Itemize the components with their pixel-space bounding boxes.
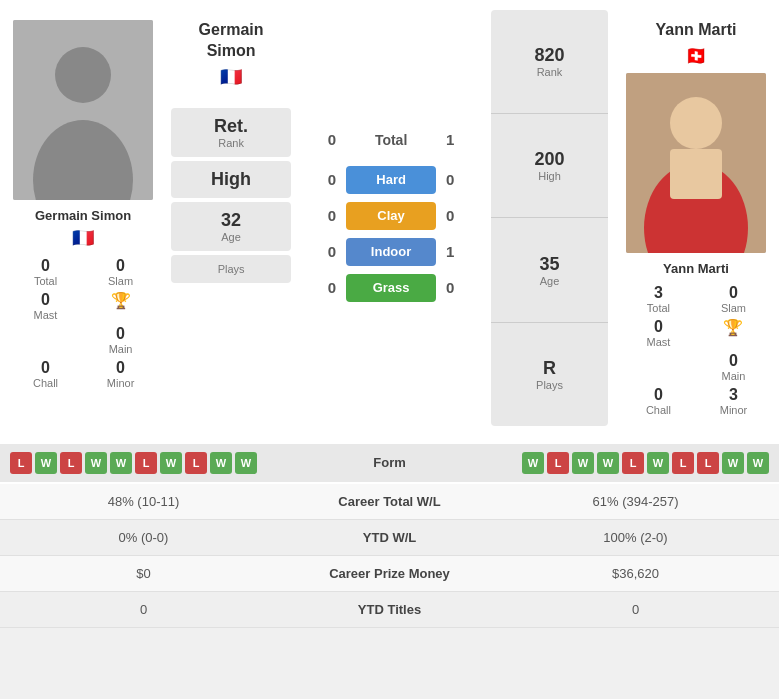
form-badges-right: WLWWLWLLWW [440,452,770,474]
right-age-label: Age [540,275,560,287]
form-label: Form [340,455,440,470]
form-badge-right: L [547,452,569,474]
left-plays-card: Plays [171,255,291,283]
stat-left-value: 0% (0-0) [0,519,287,555]
right-minor-cell: 3 Minor [698,386,769,416]
grass-badge: Grass [346,274,436,302]
left-flag-title: 🇫🇷 [220,66,242,88]
stat-center-label: Career Prize Money [287,555,492,591]
left-player-title-name: Germain Simon [199,20,264,62]
form-badge-left: L [60,452,82,474]
form-badge-right: W [597,452,619,474]
right-stats-box: 820 Rank 200 High 35 Age R Plays [491,10,608,426]
right-total-cell: 3 Total [623,284,694,314]
left-mast-label: Mast [34,309,58,321]
stat-left-value: 48% (10-11) [0,484,287,520]
right-slam-value: 0 [698,284,769,302]
left-age-label: Age [179,231,283,243]
stat-right-value: 0 [492,591,779,627]
form-badge-left: W [235,452,257,474]
svg-rect-6 [670,149,722,199]
left-player-name: Germain Simon [35,208,131,223]
left-slam-value: 0 [85,257,156,275]
right-main-cell: 0 Main [698,352,769,382]
right-minor-label: Minor [698,404,769,416]
stats-row: 0 YTD Titles 0 [0,591,779,627]
form-badge-right: L [672,452,694,474]
left-main-value: 0 [85,325,156,343]
form-badge-right: W [722,452,744,474]
right-player-name: Yann Marti [663,261,729,276]
left-high-card: High [171,161,291,198]
indoor-badge: Indoor [346,238,436,266]
left-rank-label: Rank [179,137,283,149]
stats-table: 48% (10-11) Career Total W/L 61% (394-25… [0,484,779,628]
right-slam-cell: 0 Slam [698,284,769,314]
clay-badge: Clay [346,202,436,230]
left-high-value: High [179,169,283,190]
form-badges-left: LWLWWLWLWW [10,452,340,474]
left-rank-value: Ret. [179,116,283,137]
right-rank-value: 820 [534,45,564,66]
left-plays-label: Plays [179,263,283,275]
right-minor-value: 3 [698,386,769,404]
right-chall-value: 0 [623,386,694,404]
left-main-cell: 0 Main [85,325,156,355]
left-minor-label: Minor [85,377,156,389]
total-badge: Total [346,126,436,154]
right-trophy-icon: 🏆 [723,318,743,337]
form-badge-left: W [160,452,182,474]
indoor-score-left: 0 [306,243,336,260]
form-badge-left: W [85,452,107,474]
stat-center-label: YTD W/L [287,519,492,555]
left-mast-value: 0 [41,291,50,309]
left-age-value: 32 [179,210,283,231]
left-player-flag: 🇫🇷 [72,227,94,249]
stats-row: $0 Career Prize Money $36,620 [0,555,779,591]
right-plays-value: R [543,358,556,379]
grass-score-right: 0 [446,279,476,296]
form-badge-right: L [622,452,644,474]
stat-right-value: 61% (394-257) [492,484,779,520]
left-age-card: 32 Age [171,202,291,251]
left-chall-cell: 0 Chall [10,359,81,389]
right-rank-cell: 820 Rank [491,10,608,114]
left-total-cell: 0 Total [10,257,81,287]
left-slam-label: Slam [85,275,156,287]
right-plays-cell: R Plays [491,323,608,426]
right-age-cell: 35 Age [491,218,608,322]
form-badge-left: L [185,452,207,474]
stat-left-value: 0 [0,591,287,627]
right-player-photo [626,73,766,253]
clay-score-left: 0 [306,207,336,224]
indoor-score-right: 1 [446,243,476,260]
stat-left-value: $0 [0,555,287,591]
center-stats-panel: Germain Simon 🇫🇷 Ret. Rank High 32 Age P… [166,10,296,426]
right-high-cell: 200 High [491,114,608,218]
form-section: LWLWWLWLWW Form WLWWLWLLWW [0,444,779,482]
left-total-value: 0 [10,257,81,275]
left-player-stats: 0 Total 0 Slam 0 Mast 🏆 0 Main [10,257,156,389]
right-slam-label: Slam [698,302,769,314]
right-total-value: 3 [623,284,694,302]
grass-row: 0 Grass 0 [306,274,476,302]
left-minor-value: 0 [85,359,156,377]
form-badge-left: L [10,452,32,474]
form-badge-right: W [647,452,669,474]
left-minor-cell: 0 Minor [85,359,156,389]
stat-right-value: 100% (2-0) [492,519,779,555]
stat-center-label: YTD Titles [287,591,492,627]
left-mast-cell: 0 Mast [10,291,81,321]
left-rank-card: Ret. Rank [171,108,291,157]
total-row: 0 Total 1 [306,126,476,154]
form-badge-left: W [35,452,57,474]
surface-rows-panel: 0 Total 1 0 Hard 0 0 Clay 0 0 Indoor 1 0 [296,10,486,426]
total-score-left: 0 [306,131,336,148]
svg-point-4 [670,97,722,149]
hard-row: 0 Hard 0 [306,166,476,194]
hard-score-left: 0 [306,171,336,188]
left-player-card: Germain Simon 🇫🇷 0 Total 0 Slam 0 Mast 🏆 [0,10,166,426]
hard-score-right: 0 [446,171,476,188]
right-main-label: Main [698,370,769,382]
left-chall-label: Chall [10,377,81,389]
